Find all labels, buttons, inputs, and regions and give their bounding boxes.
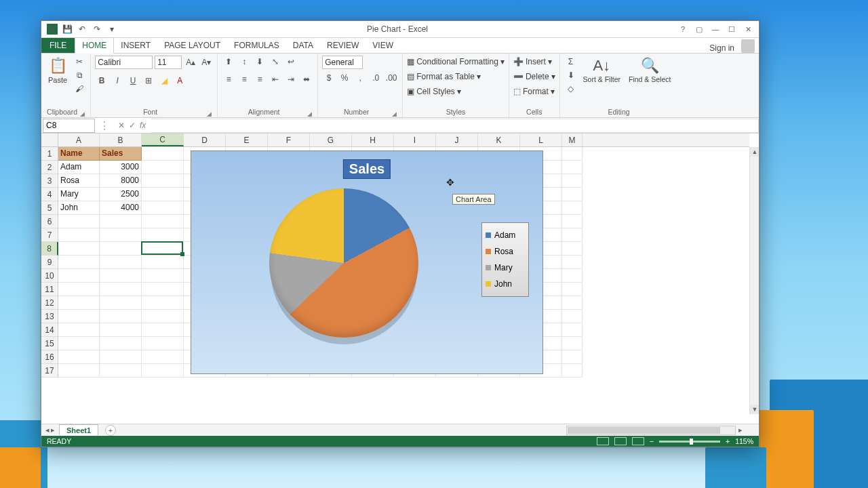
cells-area[interactable]: NameSalesAdam3000Rosa8000Mary2500John400… (58, 147, 749, 414)
cell-C9[interactable] (142, 256, 184, 269)
horizontal-scrollbar[interactable] (566, 426, 736, 435)
cell-A6[interactable] (58, 215, 100, 228)
col-header-K[interactable]: K (478, 134, 520, 146)
col-header-F[interactable]: F (268, 134, 310, 146)
cell-B6[interactable] (100, 215, 142, 228)
row-header-16[interactable]: 16 (41, 350, 58, 364)
legend-item-rosa[interactable]: Rosa (486, 243, 525, 260)
chart-title[interactable]: Sales (343, 159, 391, 179)
cell-M1[interactable] (562, 147, 583, 161)
cell-B10[interactable] (100, 269, 142, 283)
row-header-6[interactable]: 6 (41, 215, 58, 228)
number-launcher-icon[interactable]: ◢ (391, 110, 398, 117)
row-header-2[interactable]: 2 (41, 161, 58, 174)
bold-button[interactable]: B (95, 75, 108, 87)
cell-C8[interactable] (142, 242, 184, 256)
cell-A16[interactable] (58, 350, 100, 364)
find-select-button[interactable]: 🔍 Find & Select (626, 56, 673, 85)
view-page-layout-icon[interactable] (614, 437, 627, 445)
scroll-up-icon[interactable]: ▲ (750, 147, 759, 157)
row-header-5[interactable]: 5 (41, 201, 58, 215)
cell-A17[interactable] (58, 364, 100, 378)
cell-C2[interactable] (142, 161, 184, 174)
select-all-corner[interactable] (41, 134, 58, 147)
italic-button[interactable]: I (111, 75, 124, 87)
increase-indent-icon[interactable]: ⇥ (284, 73, 298, 85)
qat-customize-icon[interactable]: ▾ (106, 24, 117, 35)
zoom-slider[interactable] (659, 441, 720, 443)
format-painter-icon[interactable]: 🖌 (73, 83, 86, 95)
tab-view[interactable]: VIEW (366, 38, 400, 53)
align-bottom-icon[interactable]: ⬇ (253, 56, 267, 68)
row-header-1[interactable]: 1 (41, 147, 58, 161)
pie-chart[interactable]: SalesAdamRosaMaryJohnChart Area✥ (191, 150, 543, 374)
cell-B17[interactable] (100, 364, 142, 378)
cell-C3[interactable] (142, 174, 184, 188)
cell-M10[interactable] (562, 269, 583, 283)
cancel-formula-icon[interactable]: ✕ (118, 121, 125, 130)
decrease-decimal-icon[interactable]: .00 (384, 72, 398, 84)
cell-M6[interactable] (562, 215, 583, 228)
cell-C5[interactable] (142, 201, 184, 215)
col-header-B[interactable]: B (100, 134, 142, 146)
col-header-L[interactable]: L (520, 134, 562, 146)
cell-A14[interactable] (58, 323, 100, 337)
clipboard-launcher-icon[interactable]: ◢ (79, 110, 86, 117)
zoom-level[interactable]: 115% (735, 437, 753, 445)
cell-B7[interactable] (100, 228, 142, 242)
row-header-11[interactable]: 11 (41, 283, 58, 296)
cell-C10[interactable] (142, 269, 184, 283)
row-header-13[interactable]: 13 (41, 310, 58, 323)
borders-icon[interactable]: ⊞ (142, 75, 155, 87)
cell-M4[interactable] (562, 188, 583, 201)
cell-M7[interactable] (562, 228, 583, 242)
column-headers[interactable]: ABCDEFGHIJKLM (58, 134, 749, 147)
undo-icon[interactable]: ↶ (77, 24, 87, 35)
chart-legend[interactable]: AdamRosaMaryJohn (481, 222, 529, 297)
cell-A5[interactable]: John (58, 201, 100, 215)
row-header-10[interactable]: 10 (41, 269, 58, 283)
cell-M17[interactable] (562, 364, 583, 378)
cell-B13[interactable] (100, 310, 142, 323)
cell-B4[interactable]: 2500 (100, 188, 142, 201)
tab-review[interactable]: REVIEW (320, 38, 366, 53)
row-headers[interactable]: 1234567891011121314151617 (41, 147, 58, 414)
cell-B11[interactable] (100, 283, 142, 296)
tab-formulas[interactable]: FORMULAS (227, 38, 286, 53)
cell-styles-button[interactable]: ▣Cell Styles ▾ (407, 85, 461, 98)
name-box[interactable] (43, 119, 95, 133)
orientation-icon[interactable]: ⤡ (269, 56, 282, 68)
col-header-H[interactable]: H (352, 134, 394, 146)
cell-C12[interactable] (142, 296, 184, 310)
comma-icon[interactable]: , (353, 72, 367, 84)
cell-M14[interactable] (562, 323, 583, 337)
cell-M12[interactable] (562, 296, 583, 310)
view-page-break-icon[interactable] (632, 437, 644, 445)
cell-B16[interactable] (100, 350, 142, 364)
avatar-icon[interactable] (741, 39, 755, 53)
row-header-15[interactable]: 15 (41, 337, 58, 350)
row-header-7[interactable]: 7 (41, 228, 58, 242)
sheet-nav-prev-icon[interactable]: ◂ (45, 426, 50, 434)
help-icon[interactable]: ? (676, 24, 690, 35)
underline-button[interactable]: U (126, 75, 140, 87)
font-size-dropdown[interactable] (155, 56, 182, 69)
cut-icon[interactable]: ✂ (73, 56, 86, 68)
cell-B1[interactable]: Sales (100, 147, 142, 161)
cell-A10[interactable] (58, 269, 100, 283)
number-format-dropdown[interactable] (322, 56, 363, 69)
cell-B5[interactable]: 4000 (100, 201, 142, 215)
cell-A15[interactable] (58, 337, 100, 350)
minimize-button[interactable]: — (709, 24, 722, 35)
redo-icon[interactable]: ↷ (92, 24, 102, 35)
row-header-9[interactable]: 9 (41, 256, 58, 269)
cell-A7[interactable] (58, 228, 100, 242)
cell-B15[interactable] (100, 337, 142, 350)
col-header-E[interactable]: E (226, 134, 268, 146)
copy-icon[interactable]: ⧉ (73, 69, 86, 81)
sign-in-link[interactable]: Sign in (707, 43, 737, 53)
cell-A1[interactable]: Name (58, 147, 100, 161)
font-color-icon[interactable]: A (173, 75, 186, 87)
decrease-font-icon[interactable]: A▾ (199, 56, 213, 68)
cell-M3[interactable] (562, 174, 583, 188)
